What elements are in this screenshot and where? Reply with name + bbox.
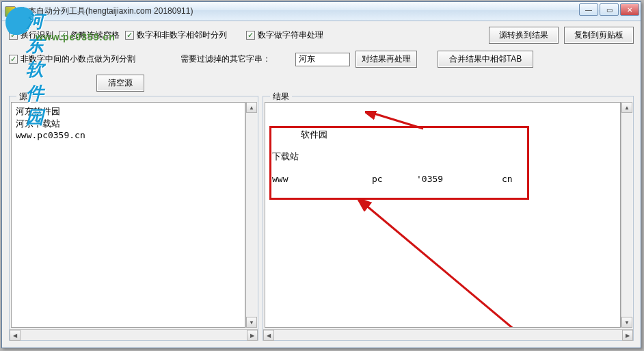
checkbox-label: 非数字中间的小数点做为列分割 xyxy=(21,53,135,65)
result-panel: 结果 软件园 下载站 www pc '0359 cn xyxy=(263,96,634,341)
result-legend: 结果 xyxy=(270,91,292,103)
checkbox-newline[interactable]: 换行识别 xyxy=(9,29,53,41)
scrollbar-vertical[interactable]: ▲ ▼ xyxy=(621,102,632,328)
scrollbar-track[interactable] xyxy=(274,330,622,340)
source-panel: 源 河东软件园 河东下载站 www.pc0359.cn ▲ ▼ ◀ ▶ xyxy=(9,96,258,341)
app-icon xyxy=(5,6,16,17)
copy-button[interactable]: 复制到剪贴板 xyxy=(564,27,634,44)
checkbox-icon xyxy=(9,55,18,64)
clear-source-button[interactable]: 清空源 xyxy=(96,75,144,92)
scroll-down-icon[interactable]: ▼ xyxy=(621,317,632,328)
close-button[interactable]: ✕ xyxy=(620,3,639,16)
scroll-up-icon[interactable]: ▲ xyxy=(246,102,257,113)
checkbox-icon xyxy=(246,31,255,40)
source-legend: 源 xyxy=(16,91,30,103)
scrollbar-vertical[interactable]: ▲ ▼ xyxy=(245,102,256,328)
reprocess-button[interactable]: 对结果再处理 xyxy=(355,51,417,68)
scroll-up-icon[interactable]: ▲ xyxy=(621,102,632,113)
scrollbar-track[interactable] xyxy=(621,113,632,317)
checkbox-decimal-separator[interactable]: 非数字中间的小数点做为列分割 xyxy=(9,53,135,65)
filter-input[interactable] xyxy=(295,53,350,66)
scrollbar-track[interactable] xyxy=(246,113,256,317)
svg-line-1 xyxy=(365,205,553,328)
checkbox-ignore-spaces[interactable]: 忽略连续空格 xyxy=(59,29,120,41)
checkbox-icon xyxy=(125,31,134,40)
result-cell: cn xyxy=(502,174,513,184)
minimize-icon: — xyxy=(585,6,592,14)
minimize-button[interactable]: — xyxy=(579,3,598,16)
scroll-left-icon[interactable]: ◀ xyxy=(10,330,21,341)
window-title: 文本自动分列工具(hengtaijiaxin.com 20180911) xyxy=(20,5,193,17)
annotation-arrow-icon xyxy=(355,198,560,328)
checkbox-label: 换行识别 xyxy=(21,29,53,41)
result-textarea[interactable]: 软件园 下载站 www pc '0359 cn xyxy=(265,102,621,328)
scrollbar-track[interactable] xyxy=(21,330,247,340)
scroll-right-icon[interactable]: ▶ xyxy=(247,330,258,341)
result-row-1: 软件园 xyxy=(301,129,327,141)
result-cell: www xyxy=(272,174,288,184)
titlebar[interactable]: 文本自动分列工具(hengtaijiaxin.com 20180911) — ▭… xyxy=(2,2,641,21)
checkbox-split-digit-nondigit[interactable]: 数字和非数字相邻时分列 xyxy=(125,29,227,41)
source-textarea[interactable]: 河东软件园 河东下载站 www.pc0359.cn xyxy=(11,102,245,328)
checkbox-label: 数字做字符串处理 xyxy=(258,29,323,41)
maximize-icon: ▭ xyxy=(606,6,613,14)
close-icon: ✕ xyxy=(627,6,632,14)
result-cell: pc xyxy=(372,174,383,184)
scrollbar-horizontal[interactable]: ◀ ▶ xyxy=(10,329,258,340)
checkbox-label: 忽略连续空格 xyxy=(70,29,120,41)
checkbox-icon xyxy=(59,31,68,40)
scroll-right-icon[interactable]: ▶ xyxy=(622,330,633,341)
checkbox-label: 数字和非数字相邻时分列 xyxy=(137,29,227,41)
checkbox-digit-as-string[interactable]: 数字做字符串处理 xyxy=(246,29,323,41)
scroll-left-icon[interactable]: ◀ xyxy=(263,330,274,341)
result-cell: '0359 xyxy=(416,174,443,184)
annotation-arrow-icon xyxy=(365,111,427,131)
convert-button[interactable]: 源转换到结果 xyxy=(489,27,559,44)
main-window: 文本自动分列工具(hengtaijiaxin.com 20180911) — ▭… xyxy=(1,1,641,348)
scroll-down-icon[interactable]: ▼ xyxy=(246,317,257,328)
source-text: 河东软件园 河东下载站 www.pc0359.cn xyxy=(16,106,85,140)
merge-tab-button[interactable]: 合并结果中相邻TAB xyxy=(438,51,533,68)
scrollbar-horizontal[interactable]: ◀ ▶ xyxy=(263,329,633,340)
result-row-2: 下载站 xyxy=(272,151,299,163)
checkbox-icon xyxy=(9,31,18,40)
svg-line-0 xyxy=(372,113,423,129)
filter-label: 需要过滤掉的其它字串： xyxy=(180,53,271,65)
maximize-button[interactable]: ▭ xyxy=(600,3,619,16)
